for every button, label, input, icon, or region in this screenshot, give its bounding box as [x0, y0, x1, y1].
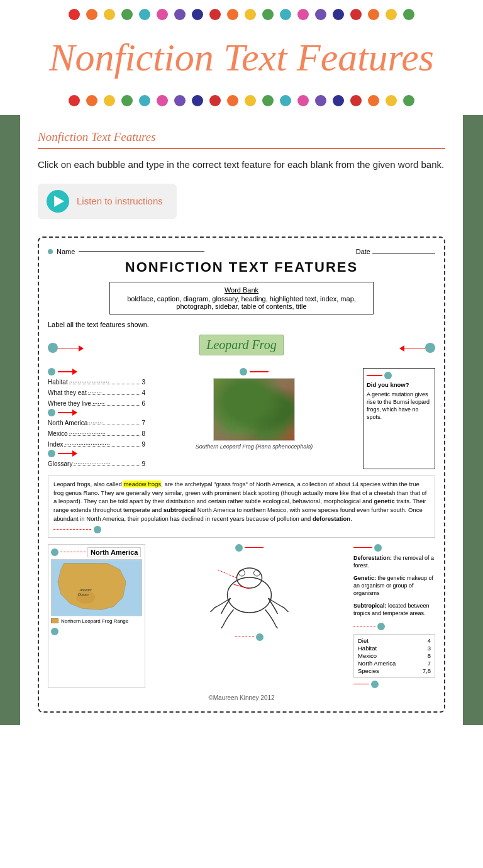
map-title: North America — [87, 547, 141, 557]
bubble-glossary[interactable] — [374, 544, 382, 552]
map-image: Atlantic Ocean — [51, 559, 142, 616]
para-text-before: Leopard frogs, also called — [53, 481, 123, 487]
dot — [157, 95, 168, 106]
ws-main-title: NONFICTION TEXT FEATURES — [48, 259, 435, 275]
toc-entry-7: Glossary ..................... 9 — [48, 459, 145, 467]
dot — [262, 9, 274, 20]
dashed-line — [53, 529, 91, 530]
instructions-text: Click on each bubble and type in the cor… — [38, 158, 445, 172]
name-label: Name — [57, 248, 75, 255]
index-num-5: 7,8 — [423, 667, 431, 674]
index-label-4: North America — [358, 660, 396, 667]
listen-button[interactable]: Listen to instructions — [38, 184, 177, 219]
toc-entry-2: What they eat ........ 4 — [48, 387, 145, 396]
dot — [315, 95, 326, 106]
index-label-5: Species — [358, 667, 379, 674]
index-box: Diet 4 Habitat 3 Mexico 8 North Americ — [353, 634, 435, 678]
date-label: Date — [356, 248, 370, 255]
toc-entry-5: Mexico ..................... 8 — [48, 428, 145, 437]
dot — [104, 9, 115, 20]
bubble-diagram-bottom[interactable] — [256, 633, 264, 641]
diagram-bottom-bubble — [149, 633, 350, 641]
index-row-2: Habitat 3 — [358, 645, 431, 652]
dot — [209, 95, 221, 106]
index-label-2: Habitat — [358, 645, 377, 652]
dot — [350, 95, 362, 106]
glossary-bubble-row — [353, 544, 435, 552]
toc-arrow — [58, 371, 77, 372]
bubble-dyk[interactable] — [384, 372, 392, 379]
map-dashed-arrow — [60, 552, 86, 552]
bubble-map[interactable] — [51, 548, 58, 556]
dyk-line — [367, 375, 382, 376]
para-text-4: . — [350, 515, 352, 522]
index-num-2: 3 — [428, 645, 431, 652]
bubble-photo[interactable] — [240, 368, 247, 376]
bubble-diagram-top[interactable] — [235, 544, 243, 552]
index-row-1: Diet 4 — [358, 637, 431, 644]
svg-text:Atlantic: Atlantic — [79, 588, 91, 592]
frog-diagram-svg — [149, 554, 350, 630]
svg-point-8 — [254, 570, 260, 576]
dot — [297, 9, 309, 20]
dot — [368, 9, 379, 20]
bubble-toc-label[interactable] — [48, 343, 58, 353]
arrow-right-icon — [58, 348, 83, 349]
dot — [386, 9, 397, 20]
toc-bubble-row-2 — [48, 409, 145, 416]
dot — [245, 9, 256, 20]
dot — [333, 95, 344, 106]
toc-bubble-row-2-wrapper — [48, 409, 145, 416]
toc-entry-3: Where they live ....... 6 — [48, 398, 145, 407]
did-you-know-col: Did you know? A genetic mutation gives r… — [363, 368, 435, 469]
dot — [139, 9, 150, 20]
dot — [386, 95, 397, 106]
word-bank-title: Word Bank — [118, 286, 365, 294]
date-line — [372, 253, 435, 254]
dot — [368, 95, 379, 106]
toc-entry-4: North America ........ 7 — [48, 418, 145, 426]
glossary-term-3: Subtropical: — [353, 603, 387, 609]
content-area: Nonfiction Text Features Click on each b… — [0, 115, 483, 725]
frog-title-row: Leopard Frog — [48, 335, 435, 362]
copyright: ©Maureen Kinney 2012 — [48, 694, 435, 701]
dot — [86, 95, 97, 106]
bubble-para[interactable] — [94, 526, 101, 533]
dot — [104, 95, 115, 106]
dots-bottom — [0, 86, 483, 115]
index-row-3: Mexico 8 — [358, 652, 431, 659]
dots-top — [0, 0, 483, 29]
index-label-3: Mexico — [358, 652, 377, 659]
bubble-index[interactable] — [371, 681, 379, 688]
toc-arrow-2 — [58, 412, 77, 413]
svg-line-10 — [234, 584, 250, 589]
frog-caption: Southern Leopard Frog (Rana sphenocephal… — [150, 443, 358, 450]
bubble-heading-label[interactable] — [425, 343, 435, 353]
frog-diagram-col — [149, 544, 350, 688]
ws-name: Name — [48, 248, 204, 255]
photo-arrow — [250, 371, 269, 372]
arrow-left-icon — [400, 348, 425, 349]
bottom-section: North America Atlantic Ocean — [48, 544, 435, 688]
name-dot — [48, 249, 53, 254]
bubble-map-bottom[interactable] — [51, 628, 58, 635]
bubble-toc-3[interactable] — [48, 450, 55, 457]
diagram-bottom-line — [235, 637, 254, 637]
dot — [121, 9, 133, 20]
dot — [280, 9, 291, 20]
bubble-glossary-2[interactable] — [377, 623, 385, 630]
toc-bubble-row-3-wrapper — [48, 450, 145, 457]
dot — [174, 95, 186, 106]
frog-paragraph: Leopard frogs, also called meadow frogs,… — [48, 476, 435, 538]
toc-entry-1: Habitat ....................... 3 — [48, 377, 145, 386]
page-title: Nonfiction Text Features — [25, 35, 458, 80]
map-col: North America Atlantic Ocean — [48, 544, 145, 688]
map-bubble-row: North America — [51, 547, 142, 557]
bubble-toc-2[interactable] — [48, 409, 55, 416]
index-row-4: North America 7 — [358, 660, 431, 667]
glossary-bubble-arrow — [353, 623, 435, 630]
dot — [297, 95, 309, 106]
photo-col: Southern Leopard Frog (Rana sphenocephal… — [150, 368, 358, 469]
bubble-toc[interactable] — [48, 368, 55, 376]
svg-point-6 — [237, 568, 262, 588]
